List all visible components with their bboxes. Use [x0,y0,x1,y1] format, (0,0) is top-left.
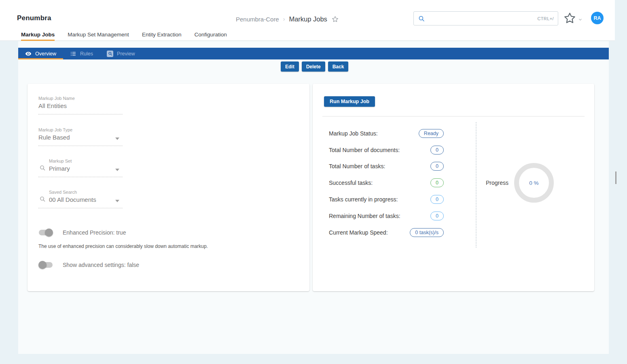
stat-label: Markup Job Status: [329,130,378,137]
search-shortcut-hint: CTRL+/ [537,16,554,21]
dropdown-caret-icon [115,169,119,171]
app-header: Penumbra Penumbra-Core › Markup Jobs CTR… [0,0,615,41]
subtab-preview[interactable]: Preview [100,48,142,59]
enhanced-precision-helper-text: The use of enhanced precision can consid… [38,243,208,249]
divider [322,116,585,116]
count-badge: 0 [430,178,444,187]
count-badge: 0 [430,146,444,154]
search-input[interactable] [428,15,537,21]
enhanced-precision-toggle[interactable]: Enhanced Precision: true [38,229,126,237]
toggle-switch[interactable] [38,261,53,269]
stat-row-total-documents: Total Number of documents: 0 [329,146,444,154]
stat-row-tasks-in-progress: Tasks currently in progress: 0 [329,195,444,204]
subtab-preview-label: Preview [117,51,135,57]
search-icon [418,15,425,22]
edit-button[interactable]: Edit [281,61,299,72]
count-badge: 0 [430,212,444,220]
markup-job-name-field[interactable]: Markup Job Name All Entities [38,96,123,114]
count-badge: 0 [430,195,444,204]
subtab-overview-label: Overview [35,51,56,57]
vertical-dotted-divider [476,122,477,248]
breadcrumb-parent[interactable]: Penumbra-Core [236,16,279,23]
breadcrumb-current: Markup Jobs [289,15,327,23]
progress-value: 0 % [529,180,538,186]
stat-label: Total Number of tasks: [329,163,385,169]
sub-tab-bar: Overview Rules Preview [18,48,609,59]
dropdown-caret-icon [115,200,119,202]
stat-label: Current Markup Speed: [329,229,388,236]
tab-markup-set-management[interactable]: Markup Set Management [68,32,129,41]
toggle-switch[interactable] [38,229,53,237]
favorites-star-icon[interactable] [563,12,576,24]
markup-set-field[interactable]: Markup Set Primary [38,159,123,177]
stat-label: Tasks currently in progress: [329,196,398,203]
enhanced-precision-label: Enhanced Precision: true [63,229,126,236]
markup-set-value: Primary [49,165,123,172]
status-badge: Ready [419,129,444,138]
favorites-chevron-down-icon[interactable] [578,16,583,21]
preview-magnifier-icon [107,51,113,57]
tab-markup-jobs[interactable]: Markup Jobs [21,32,55,41]
dropdown-caret-icon [115,138,119,140]
speed-badge: 0 task(s)/s [410,228,444,237]
markup-set-label: Markup Set [49,159,123,163]
global-search: CTRL+/ [413,11,558,25]
vertical-scrollbar-thumb[interactable] [615,171,616,184]
user-avatar[interactable]: RA [591,12,604,24]
markup-job-type-value: Rule Based [38,134,123,141]
eye-icon [25,51,32,57]
tab-configuration[interactable]: Configuration [194,32,227,41]
markup-job-name-value: All Entities [38,102,123,109]
stat-row-remaining-tasks: Remaining Number of tasks: 0 [329,212,444,220]
progress-ring: 0 % [514,163,554,203]
show-advanced-settings-label: Show advanced settings: false [63,262,139,268]
stat-label: Successful tasks: [329,180,373,186]
stat-row-markup-speed: Current Markup Speed: 0 task(s)/s [329,228,444,237]
markup-job-name-label: Markup Job Name [38,96,123,101]
back-button[interactable]: Back [328,61,349,72]
stat-row-total-tasks: Total Number of tasks: 0 [329,162,444,171]
breadcrumb-separator-icon: › [283,16,285,22]
stat-row-successful-tasks: Successful tasks: 0 [329,178,444,187]
job-settings-card: Markup Job Name All Entities Markup Job … [28,84,309,291]
app-logo: Penumbra [17,14,51,22]
stat-label: Remaining Number of tasks: [329,213,400,219]
run-markup-job-button[interactable]: Run Markup Job [324,96,375,107]
list-icon [70,51,76,57]
job-action-buttons: Edit Delete Back [281,61,348,72]
main-tab-bar: Markup Jobs Markup Set Management Entity… [21,32,227,41]
delete-button[interactable]: Delete [302,61,325,72]
saved-search-label: Saved Search [49,190,123,195]
stat-label: Total Number of documents: [329,147,400,153]
markup-job-type-field[interactable]: Markup Job Type Rule Based [38,127,123,146]
favorite-star-icon[interactable] [331,15,339,23]
saved-search-field[interactable]: Saved Search 00 All Documents [38,190,123,208]
search-icon [39,165,46,171]
subtab-rules[interactable]: Rules [63,48,100,59]
markup-job-type-label: Markup Job Type [38,127,123,132]
progress-label: Progress [486,180,508,186]
breadcrumb: Penumbra-Core › Markup Jobs [236,13,339,25]
count-badge: 0 [430,162,444,171]
show-advanced-settings-toggle[interactable]: Show advanced settings: false [38,261,139,269]
search-icon [39,196,46,202]
tab-entity-extraction[interactable]: Entity Extraction [142,32,182,41]
stat-row-job-status: Markup Job Status: Ready [329,129,444,138]
subtab-rules-label: Rules [80,51,93,57]
saved-search-value: 00 All Documents [49,196,123,203]
job-status-card: Run Markup Job Markup Job Status: Ready … [313,84,594,291]
subtab-overview[interactable]: Overview [18,48,63,59]
